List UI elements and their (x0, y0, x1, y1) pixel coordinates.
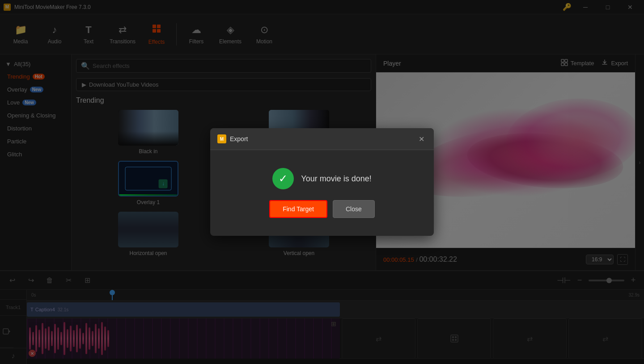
export-dialog: M Export ✕ ✓ Your movie is done! Find Ta… (210, 128, 434, 236)
dialog-body: ✓ Your movie is done! Find Target Close (210, 150, 434, 236)
close-button[interactable]: Close (333, 200, 375, 218)
success-message: Your movie is done! (301, 174, 371, 184)
dialog-title: Export (230, 135, 248, 142)
find-target-button[interactable]: Find Target (269, 200, 327, 218)
success-row: ✓ Your movie is done! (272, 168, 371, 189)
dialog-title-row: M Export (217, 134, 248, 143)
dialog-header: M Export ✕ (210, 128, 434, 150)
dialog-logo: M (217, 134, 226, 143)
dialog-buttons: Find Target Close (269, 200, 375, 218)
success-icon: ✓ (272, 168, 294, 189)
dialog-close-button[interactable]: ✕ (416, 134, 427, 144)
close-dialog-icon: ✕ (419, 135, 424, 143)
dialog-overlay[interactable]: M Export ✕ ✓ Your movie is done! Find Ta… (0, 0, 644, 364)
